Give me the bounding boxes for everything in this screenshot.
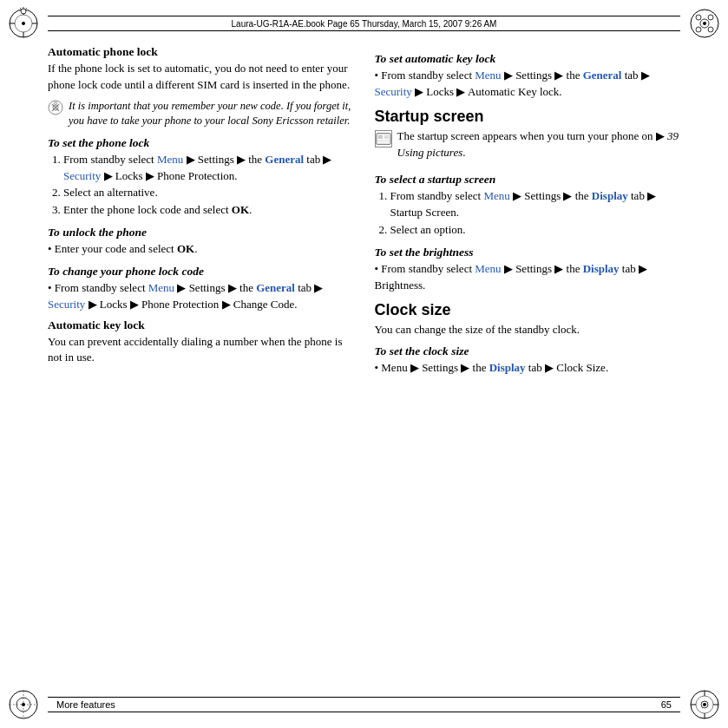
set-brightness-steps: From standby select Menu ▶ Settings ▶ th… (375, 261, 681, 294)
auto-phone-lock-body: If the phone lock is set to automatic, y… (48, 61, 354, 94)
footer-section: More features (56, 699, 115, 710)
set-clock-size-steps: Menu ▶ Settings ▶ the Display tab ▶ Cloc… (375, 360, 681, 377)
clock-size-step: Menu ▶ Settings ▶ the Display tab ▶ Cloc… (375, 360, 681, 377)
auto-key-lock-body: You can prevent accidentally dialing a n… (48, 334, 354, 367)
header-text: Laura-UG-R1A-AE.book Page 65 Thursday, M… (232, 19, 497, 29)
svg-rect-40 (377, 141, 389, 142)
svg-point-13 (703, 22, 706, 25)
svg-point-15 (708, 15, 713, 20)
startup-step-2: Select an option. (390, 222, 681, 239)
corner-decoration-tr (688, 7, 721, 40)
unlock-step: Enter your code and select OK. (48, 241, 354, 258)
unlock-phone-title: To unlock the phone (48, 226, 354, 239)
corner-decoration-bl (7, 688, 40, 721)
right-column: To set automatic key lock From standby s… (375, 38, 681, 690)
step-2: Select an alternative. (63, 185, 354, 201)
corner-decoration-br (688, 688, 721, 721)
set-auto-key-lock-title: To set automatic key lock (375, 52, 681, 66)
svg-point-16 (696, 27, 701, 32)
startup-step-1: From standby select Menu ▶ Settings ▶ th… (390, 188, 681, 221)
unlock-phone-steps: Enter your code and select OK. (48, 241, 354, 258)
brightness-step: From standby select Menu ▶ Settings ▶ th… (375, 261, 681, 294)
auto-key-lock-title: Automatic key lock (48, 318, 354, 332)
footer-page: 65 (661, 699, 672, 710)
svg-rect-38 (384, 134, 388, 139)
startup-screen-heading: Startup screen (375, 108, 681, 126)
select-startup-steps: From standby select Menu ▶ Settings ▶ th… (390, 188, 681, 239)
corner-decoration-tl (7, 7, 40, 40)
set-auto-key-lock-steps: From standby select Menu ▶ Settings ▶ th… (375, 68, 681, 101)
svg-point-17 (708, 27, 713, 32)
select-startup-title: To select a startup screen (375, 173, 681, 187)
main-content: Automatic phone lock If the phone lock i… (48, 38, 680, 690)
set-phone-lock-title: To set the phone lock (48, 136, 354, 150)
note-text: It is important that you remember your n… (69, 99, 354, 129)
set-clock-size-title: To set the clock size (375, 344, 681, 358)
auto-key-lock-step: From standby select Menu ▶ Settings ▶ th… (375, 68, 681, 101)
left-column: Automatic phone lock If the phone lock i… (48, 38, 354, 690)
set-brightness-title: To set the brightness (375, 246, 681, 259)
change-code-title: To change your phone lock code (48, 265, 354, 279)
svg-line-10 (20, 8, 22, 10)
set-phone-lock-steps: From standby select Menu ▶ Settings ▶ th… (63, 152, 354, 219)
startup-screen-body: The startup screen appears when you turn… (397, 128, 681, 161)
note-icon (48, 100, 63, 121)
change-code-steps: From standby select Menu ▶ Settings ▶ th… (48, 280, 354, 313)
startup-screen-note: The startup screen appears when you turn… (375, 128, 681, 167)
change-code-step: From standby select Menu ▶ Settings ▶ th… (48, 280, 354, 313)
svg-point-35 (55, 102, 57, 104)
svg-point-26 (703, 703, 706, 706)
svg-point-14 (696, 15, 701, 20)
step-3: Enter the phone lock code and select OK. (63, 202, 354, 219)
svg-rect-37 (377, 134, 382, 139)
footer-bar: More features 65 (48, 697, 680, 712)
header-bar: Laura-UG-R1A-AE.book Page 65 Thursday, M… (48, 16, 680, 31)
clock-size-heading: Clock size (375, 301, 681, 319)
svg-point-6 (22, 22, 25, 25)
clock-size-body: You can change the size of the standby c… (375, 322, 681, 338)
auto-phone-lock-title: Automatic phone lock (48, 45, 354, 59)
svg-point-7 (21, 9, 26, 14)
svg-line-9 (26, 8, 28, 10)
image-icon (375, 130, 392, 148)
important-note: It is important that you remember your n… (48, 99, 354, 129)
step-1: From standby select Menu ▶ Settings ▶ th… (63, 152, 354, 185)
